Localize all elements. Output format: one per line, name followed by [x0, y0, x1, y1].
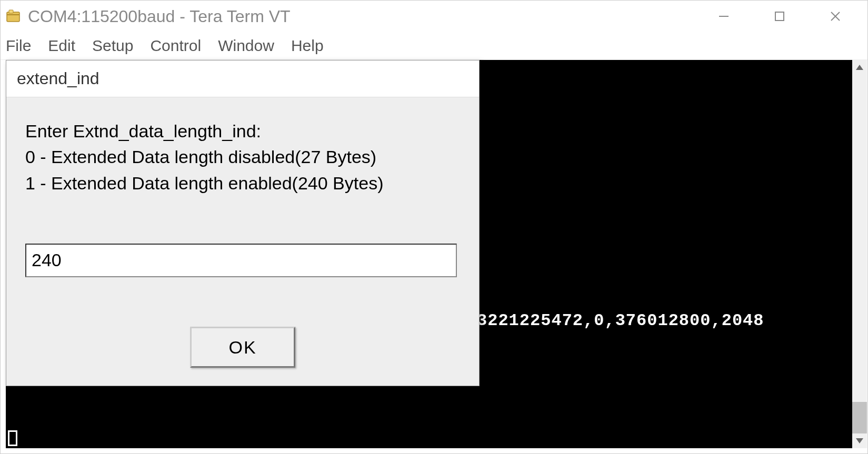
svg-marker-8 — [856, 438, 863, 443]
menu-file[interactable]: File — [6, 37, 31, 55]
input-dialog: extend_ind Enter Extnd_data_length_ind: … — [6, 60, 480, 386]
menu-window[interactable]: Window — [218, 37, 274, 55]
dialog-footer: OK — [6, 321, 479, 386]
dialog-message: Enter Extnd_data_length_ind: 0 - Extende… — [25, 118, 460, 196]
dialog-input[interactable] — [25, 244, 457, 277]
ok-button[interactable]: OK — [190, 327, 295, 368]
scroll-thumb[interactable] — [852, 402, 867, 433]
svg-rect-1 — [7, 14, 19, 15]
svg-rect-4 — [775, 12, 784, 21]
vertical-scrollbar[interactable] — [852, 60, 867, 448]
menu-help[interactable]: Help — [291, 37, 324, 55]
menu-edit[interactable]: Edit — [48, 37, 75, 55]
window-controls — [712, 4, 863, 28]
svg-marker-7 — [856, 65, 863, 70]
scroll-up-arrow-icon[interactable] — [852, 60, 867, 75]
app-icon — [5, 8, 22, 25]
window-title: COM4:115200baud - Tera Term VT — [28, 7, 712, 26]
menubar: File Edit Setup Control Window Help — [1, 32, 867, 59]
titlebar: COM4:115200baud - Tera Term VT — [1, 1, 867, 32]
dialog-body: Enter Extnd_data_length_ind: 0 - Extende… — [6, 97, 479, 321]
workspace: 3221225472,0,376012800,2048 extend_ind E… — [1, 59, 867, 453]
close-button[interactable] — [823, 4, 847, 28]
scroll-track[interactable] — [852, 75, 867, 433]
menu-control[interactable]: Control — [150, 37, 201, 55]
app-window: COM4:115200baud - Tera Term VT File Edit… — [0, 0, 868, 454]
dialog-message-line3: 1 - Extended Data length enabled(240 Byt… — [25, 170, 460, 196]
maximize-button[interactable] — [767, 4, 792, 28]
scroll-down-arrow-icon[interactable] — [852, 433, 867, 448]
dialog-message-line1: Enter Extnd_data_length_ind: — [25, 118, 460, 144]
svg-rect-0 — [7, 12, 19, 22]
dialog-title: extend_ind — [6, 60, 479, 97]
terminal-output-line: 3221225472,0,376012800,2048 — [477, 311, 764, 330]
terminal-cursor — [8, 430, 17, 446]
svg-rect-2 — [9, 10, 13, 13]
dialog-message-line2: 0 - Extended Data length disabled(27 Byt… — [25, 144, 460, 170]
minimize-button[interactable] — [712, 4, 736, 28]
menu-setup[interactable]: Setup — [92, 37, 133, 55]
